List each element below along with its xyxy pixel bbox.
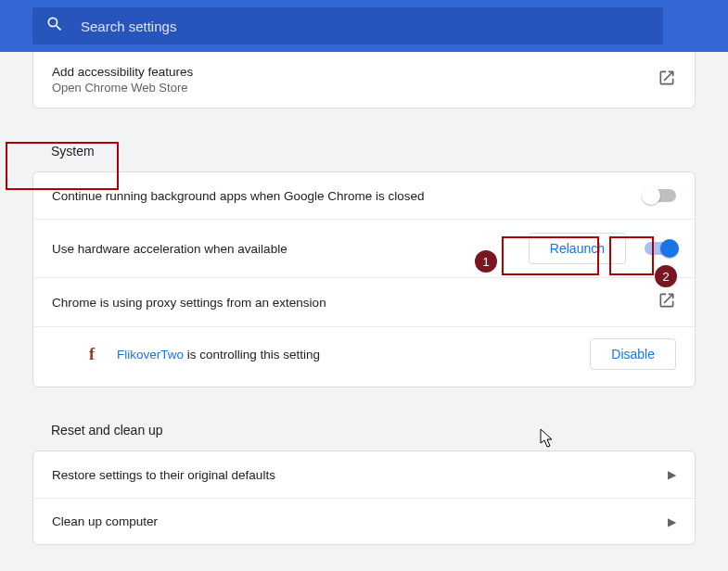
extension-text: FlikoverTwo is controlling this setting [117, 348, 320, 362]
proxy-label: Chrome is using proxy settings from an e… [52, 296, 326, 310]
search-bar[interactable] [32, 7, 663, 44]
extension-name-link[interactable]: FlikoverTwo [117, 348, 184, 362]
annotation-badge-2: 2 [655, 265, 677, 287]
annotation-badge-1: 1 [475, 250, 497, 273]
accessibility-title: Add accessibility features [52, 65, 193, 79]
proxy-row[interactable]: Chrome is using proxy settings from an e… [33, 277, 695, 326]
cleanup-label: Clean up computer [52, 514, 158, 528]
system-section-title: System [32, 125, 696, 171]
background-apps-label: Continue running background apps when Go… [52, 189, 425, 203]
settings-content: Add accessibility features Open Chrome W… [0, 52, 728, 571]
chevron-right-icon: ▶ [668, 515, 676, 528]
open-external-icon [658, 69, 676, 91]
extension-suffix: is controlling this setting [184, 348, 320, 362]
system-card: Continue running background apps when Go… [32, 171, 696, 387]
hw-accel-label: Use hardware acceleration when available [52, 242, 287, 256]
cleanup-row[interactable]: Clean up computer ▶ [33, 498, 695, 544]
chevron-right-icon: ▶ [668, 468, 676, 481]
header-bar [0, 0, 728, 52]
reset-card: Restore settings to their original defau… [32, 450, 696, 545]
restore-defaults-label: Restore settings to their original defau… [52, 468, 275, 482]
annotation-box-relaunch [502, 236, 599, 275]
disable-button[interactable]: Disable [590, 338, 676, 370]
annotation-box-toggle [609, 236, 654, 275]
background-apps-row: Continue running background apps when Go… [33, 172, 695, 219]
search-icon [45, 15, 64, 37]
restore-defaults-row[interactable]: Restore settings to their original defau… [33, 451, 695, 498]
annotation-box-system [6, 142, 119, 190]
open-external-icon [658, 291, 676, 313]
reset-section-title: Reset and clean up [32, 404, 696, 450]
accessibility-row[interactable]: Add accessibility features Open Chrome W… [33, 52, 695, 108]
search-input[interactable] [81, 19, 650, 34]
accessibility-card: Add accessibility features Open Chrome W… [32, 52, 696, 108]
mouse-cursor-icon [540, 428, 555, 449]
extension-icon: f [89, 345, 95, 364]
extension-row: f FlikoverTwo is controlling this settin… [33, 326, 695, 387]
background-apps-toggle[interactable] [645, 189, 676, 202]
accessibility-subtitle: Open Chrome Web Store [52, 81, 193, 95]
